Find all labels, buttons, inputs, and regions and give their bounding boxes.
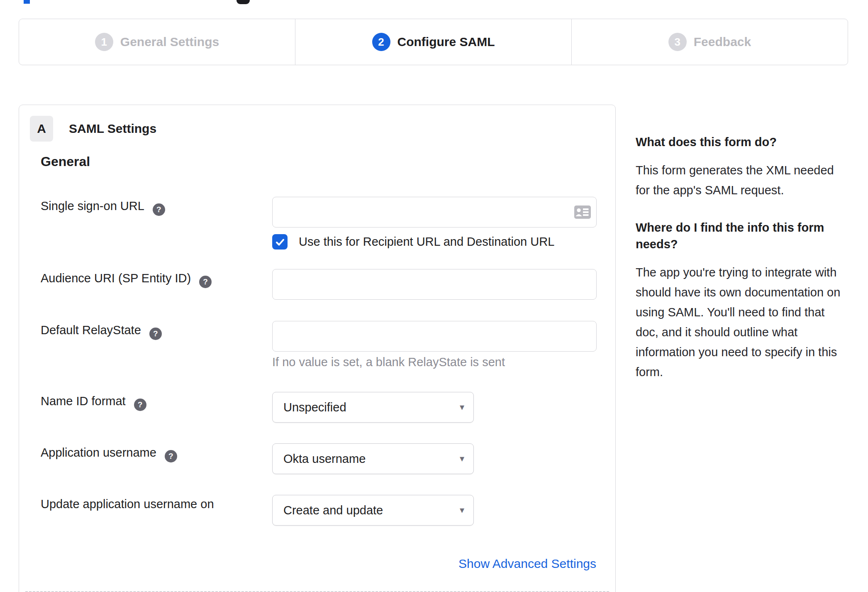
help-icon[interactable]: ? xyxy=(153,203,165,216)
relaystate-hint-text: If no value is set, a blank RelayState i… xyxy=(272,355,505,369)
field-label-text: Update application username on xyxy=(41,497,214,511)
update-username-on-select[interactable]: Create and update ▾ xyxy=(272,495,474,526)
help-heading-what: What does this form do? xyxy=(636,134,848,150)
checkbox-label: Use this for Recipient URL and Destinati… xyxy=(299,235,554,249)
field-label-text: Name ID format xyxy=(41,394,126,408)
step-configure-saml: 2 Configure SAML xyxy=(295,19,571,65)
cutoff-tab-indicator xyxy=(24,0,30,4)
field-label: Update application username on xyxy=(41,497,214,511)
recipient-url-checkbox-row: Use this for Recipient URL and Destinati… xyxy=(272,234,554,250)
field-row-update-application-username: Update application username on Create an… xyxy=(19,495,615,532)
field-row-application-username: Application username? Okta username ▾ xyxy=(19,443,615,481)
cutoff-icon-fragment xyxy=(237,0,250,4)
step-label: Configure SAML xyxy=(397,35,495,49)
input-wrap xyxy=(272,197,597,228)
step-number-badge: 2 xyxy=(372,33,390,51)
application-username-select[interactable]: Okta username ▾ xyxy=(272,443,474,474)
help-body-what: This form generates the XML needed for t… xyxy=(636,160,848,200)
name-id-format-select[interactable]: Unspecified ▾ xyxy=(272,392,474,423)
field-control xyxy=(272,197,597,228)
default-relaystate-input[interactable] xyxy=(272,321,597,352)
help-icon[interactable]: ? xyxy=(199,276,212,288)
section-title: SAML Settings xyxy=(69,122,156,136)
help-sidebar: What does this form do? This form genera… xyxy=(636,134,848,401)
field-label-text: Single sign-on URL xyxy=(41,199,144,213)
field-label: Single sign-on URL? xyxy=(41,199,165,216)
field-row-audience-uri: Audience URI (SP Entity ID)? xyxy=(19,269,615,306)
field-control: Create and update ▾ xyxy=(272,495,474,526)
field-control xyxy=(272,269,597,300)
field-label-text: Default RelayState xyxy=(41,323,141,337)
field-label: Name ID format? xyxy=(41,394,146,411)
contact-card-icon[interactable] xyxy=(574,205,591,219)
field-label: Default RelayState? xyxy=(41,323,162,340)
saml-settings-card: A SAML Settings General Single sign-on U… xyxy=(19,105,616,592)
recipient-url-checkbox[interactable] xyxy=(272,234,288,250)
help-icon[interactable]: ? xyxy=(149,328,162,340)
chevron-down-icon: ▾ xyxy=(460,506,464,515)
check-icon xyxy=(275,237,285,247)
select-value: Create and update xyxy=(273,504,383,517)
wizard-stepper: 1 General Settings 2 Configure SAML 3 Fe… xyxy=(19,19,848,65)
chevron-down-icon: ▾ xyxy=(460,454,464,463)
field-control: Unspecified ▾ xyxy=(272,392,474,423)
field-label-text: Audience URI (SP Entity ID) xyxy=(41,272,191,285)
field-label: Application username? xyxy=(41,446,177,462)
help-icon[interactable]: ? xyxy=(134,399,146,411)
help-heading-where: Where do I find the info this form needs… xyxy=(636,219,848,252)
step-label: General Settings xyxy=(120,35,219,49)
select-value: Unspecified xyxy=(273,401,346,414)
show-advanced-settings-link[interactable]: Show Advanced Settings xyxy=(458,557,596,571)
field-control: Okta username ▾ xyxy=(272,443,474,474)
field-control xyxy=(272,321,597,352)
select-value: Okta username xyxy=(273,452,366,466)
field-row-name-id-format: Name ID format? Unspecified ▾ xyxy=(19,392,615,429)
step-feedback: 3 Feedback xyxy=(571,19,848,65)
section-a-badge: A xyxy=(30,116,53,142)
step-label: Feedback xyxy=(694,35,751,49)
group-title-general: General xyxy=(41,154,90,169)
help-body-where: The app you're trying to integrate with … xyxy=(636,262,848,382)
field-row-single-sign-on-url: Single sign-on URL? Use xyxy=(19,197,615,263)
field-label-text: Application username xyxy=(41,446,156,459)
step-general-settings: 1 General Settings xyxy=(19,19,295,65)
field-row-default-relaystate: Default RelayState? If no value is set, … xyxy=(19,321,615,375)
audience-uri-input[interactable] xyxy=(272,269,597,300)
field-label: Audience URI (SP Entity ID)? xyxy=(41,272,212,288)
chevron-down-icon: ▾ xyxy=(460,403,464,412)
step-number-badge: 3 xyxy=(668,33,687,51)
step-number-badge: 1 xyxy=(95,33,113,51)
help-icon[interactable]: ? xyxy=(165,450,177,462)
single-sign-on-url-input[interactable] xyxy=(272,197,597,228)
